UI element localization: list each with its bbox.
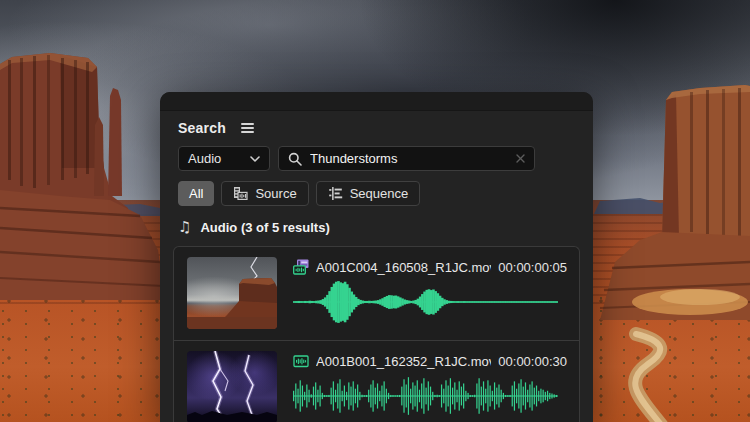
result-filename: A001B001_162352_R1JC.mov	[316, 354, 491, 369]
panel-drag-bar[interactable]	[160, 92, 593, 111]
result-duration: 00:00:00:30	[498, 354, 567, 369]
panel-title: Search	[178, 120, 226, 136]
search-input[interactable]	[310, 151, 508, 166]
clip-icon	[233, 186, 248, 201]
sequence-icon	[328, 186, 343, 201]
tab-all[interactable]: All	[178, 181, 214, 206]
search-panel: Search Audio	[160, 92, 593, 422]
tab-source-label: Source	[255, 186, 296, 201]
results-count-label: Audio (3 of 5 results)	[200, 220, 329, 235]
audio-clip-icon	[293, 353, 309, 369]
media-type-dropdown[interactable]: Audio	[178, 146, 270, 171]
tab-all-label: All	[189, 186, 203, 201]
tab-source[interactable]: Source	[221, 181, 308, 206]
desktop-background: Search Audio	[0, 0, 750, 422]
av-clip-icon	[293, 259, 309, 275]
tab-sequence-label: Sequence	[350, 186, 409, 201]
audio-waveform	[293, 280, 558, 324]
result-duration: 00:00:00:05	[498, 260, 567, 275]
thumbnail-storm-over-butte[interactable]	[187, 257, 277, 329]
clear-x-icon[interactable]	[516, 154, 525, 163]
media-type-value: Audio	[188, 151, 221, 166]
results-list: A001C004_160508_R1JC.mov 00:00:00:05	[173, 246, 580, 422]
result-filename: A001C004_160508_R1JC.mov	[316, 260, 491, 275]
music-notes-icon: ♫	[178, 220, 191, 235]
result-row-1[interactable]: A001C004_160508_R1JC.mov 00:00:00:05	[174, 247, 579, 341]
audio-waveform	[293, 374, 558, 418]
search-field[interactable]	[278, 146, 535, 171]
chevron-down-icon	[250, 156, 260, 162]
hamburger-icon[interactable]	[241, 121, 254, 135]
search-icon	[288, 152, 302, 166]
tab-sequence[interactable]: Sequence	[316, 181, 421, 206]
result-row-2[interactable]: A001B001_162352_R1JC.mov 00:00:00:30	[174, 341, 579, 422]
thumbnail-lightning-strikes[interactable]	[187, 351, 277, 422]
